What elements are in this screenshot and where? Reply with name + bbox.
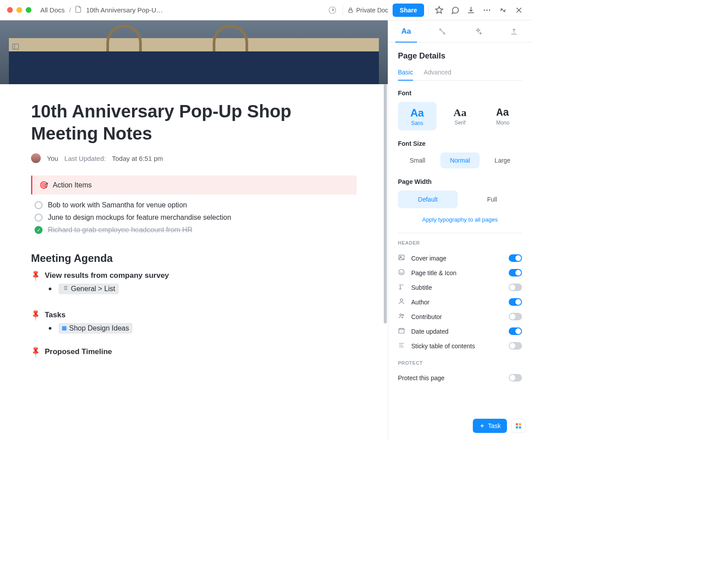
chip-label: General > List <box>71 285 115 293</box>
window-controls[interactable] <box>7 7 31 13</box>
collapse-icon[interactable] <box>497 4 509 16</box>
privacy-status[interactable]: Private Doc <box>347 7 388 14</box>
author-avatar[interactable] <box>31 153 41 163</box>
switch-cover[interactable] <box>509 254 522 262</box>
checkbox-checked-icon[interactable]: ✓ <box>35 226 43 234</box>
toggle-label: Sticky table of contents <box>411 343 475 350</box>
switch-dateupdated[interactable] <box>509 327 522 335</box>
close-icon[interactable] <box>513 4 525 16</box>
action-items-callout[interactable]: 🎯 Action Items <box>31 175 357 195</box>
text-icon <box>398 283 406 292</box>
width-full[interactable]: Full <box>462 191 522 208</box>
switch-contributor[interactable] <box>509 313 522 320</box>
toggle-protect-page: Protect this page <box>398 371 522 385</box>
toggle-cover-image: Cover image <box>398 251 522 265</box>
toggle-label: Contributor <box>411 313 442 320</box>
tab-export[interactable] <box>496 20 532 42</box>
download-icon[interactable] <box>465 4 477 16</box>
checkbox-icon[interactable] <box>35 201 43 209</box>
lock-icon <box>347 7 354 13</box>
tab-ai[interactable] <box>460 20 496 42</box>
switch-titleicon[interactable] <box>509 269 522 276</box>
check-item[interactable]: June to design mockups for feature merch… <box>35 211 357 224</box>
bullet-icon <box>49 288 51 290</box>
page-title[interactable]: 10th Anniversary Pop-Up Shop Meeting Not… <box>31 100 357 144</box>
minimize-window[interactable] <box>16 7 22 13</box>
comments-icon[interactable] <box>449 4 461 16</box>
calendar-icon <box>398 327 406 335</box>
font-serif[interactable]: Aa Serif <box>441 102 479 130</box>
list-link-chip[interactable]: General > List <box>58 284 119 294</box>
task-status-icon <box>62 326 66 331</box>
activity-icon[interactable] <box>327 4 338 16</box>
target-icon: 🎯 <box>39 181 48 189</box>
check-text: Richard to grab employee headcount from … <box>48 226 192 234</box>
fontsize-label: Font Size <box>398 140 522 147</box>
switch-author[interactable] <box>509 298 522 306</box>
font-sans[interactable]: Aa Sans <box>398 102 436 130</box>
people-icon <box>398 312 406 321</box>
chip-label: Shop Design Ideas <box>69 324 129 332</box>
task-link-chip[interactable]: Shop Design Ideas <box>58 323 132 334</box>
privacy-label: Private Doc <box>356 7 388 14</box>
svg-point-10 <box>399 269 404 275</box>
apps-button[interactable] <box>511 419 526 433</box>
size-large[interactable]: Large <box>483 152 522 168</box>
check-item[interactable]: Bob to work with Samantha for venue opti… <box>35 199 357 211</box>
breadcrumb-sep: / <box>69 6 71 14</box>
size-small[interactable]: Small <box>398 152 437 168</box>
tab-typography[interactable]: Aa <box>388 20 424 42</box>
apps-icon <box>516 423 521 428</box>
maximize-window[interactable] <box>26 7 31 13</box>
callout-label: Action Items <box>53 181 92 189</box>
size-normal[interactable]: Normal <box>440 152 479 168</box>
svg-point-7 <box>444 33 445 34</box>
sub-tab-advanced[interactable]: Advanced <box>424 69 451 80</box>
agenda-item-label: Tasks <box>45 311 66 319</box>
agenda-item[interactable]: 📌 Proposed Timeline <box>31 347 357 356</box>
sub-tab-basic[interactable]: Basic <box>398 69 413 80</box>
agenda-item[interactable]: 📌 Tasks <box>31 310 357 319</box>
image-icon <box>398 254 406 262</box>
toggle-label: Cover image <box>411 255 446 262</box>
tab-relationships[interactable] <box>424 20 460 42</box>
toc-icon <box>398 342 406 350</box>
font-mono[interactable]: Aa Mono <box>483 102 522 130</box>
width-default[interactable]: Default <box>398 191 458 208</box>
toggle-label: Date updated <box>411 328 448 335</box>
svg-rect-5 <box>12 44 19 49</box>
switch-stickytoc[interactable] <box>509 342 522 350</box>
pin-icon: 📌 <box>29 345 43 358</box>
emoji-icon <box>398 269 406 277</box>
breadcrumb-root[interactable]: All Docs <box>40 6 65 14</box>
more-icon[interactable] <box>481 4 493 16</box>
cover-image[interactable] <box>0 20 388 84</box>
switch-subtitle[interactable] <box>509 284 522 291</box>
svg-point-13 <box>402 314 404 315</box>
agenda-heading[interactable]: Meeting Agenda <box>31 252 357 265</box>
new-task-button[interactable]: Task <box>473 419 507 433</box>
author-name: You <box>47 155 58 162</box>
breadcrumb-title[interactable]: 10th Anniversary Pop-U… <box>86 6 163 14</box>
bullet-icon <box>49 327 51 330</box>
agenda-item-label: View results from company survey <box>45 271 169 280</box>
pin-icon: 📌 <box>29 269 43 282</box>
share-button[interactable]: Share <box>393 4 424 17</box>
agenda-item[interactable]: 📌 View results from company survey <box>31 271 357 280</box>
checkbox-icon[interactable] <box>35 214 43 222</box>
switch-protect[interactable] <box>509 374 522 382</box>
toggle-author: Author <box>398 295 522 309</box>
toggle-label: Author <box>411 299 429 306</box>
doc-icon <box>75 6 82 14</box>
scrollbar[interactable] <box>384 84 387 323</box>
favorite-icon[interactable] <box>433 4 445 16</box>
pagewidth-label: Page Width <box>398 178 522 185</box>
svg-rect-1 <box>349 10 352 12</box>
toggle-label: Protect this page <box>398 374 444 382</box>
close-window[interactable] <box>7 7 13 13</box>
apply-typography-link[interactable]: Apply typography to all pages <box>398 216 522 223</box>
toggle-sidebar-icon[interactable] <box>12 43 19 52</box>
protect-caption: PROTECT <box>398 360 522 366</box>
check-item[interactable]: ✓ Richard to grab employee headcount fro… <box>35 224 357 236</box>
toggle-sticky-toc: Sticky table of contents <box>398 339 522 353</box>
